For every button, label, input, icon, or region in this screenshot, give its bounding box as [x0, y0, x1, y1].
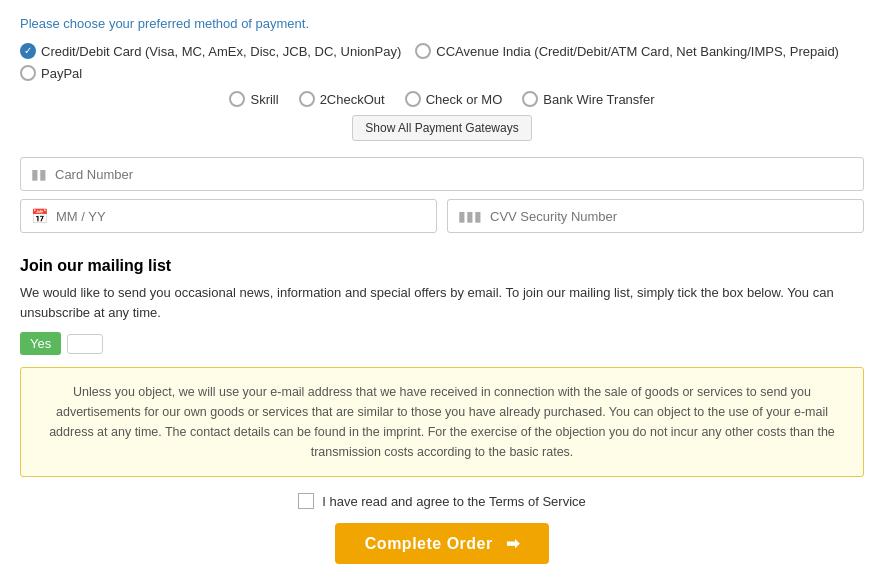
complete-order-label: Complete Order	[365, 535, 493, 552]
payment-label-paypal: PayPal	[41, 66, 82, 81]
card-form: ▮▮ 📅 ▮▮▮	[20, 157, 864, 241]
mailing-section: Join our mailing list We would like to s…	[20, 257, 864, 355]
payment-label-check-mo: Check or MO	[426, 92, 503, 107]
card-number-field[interactable]: ▮▮	[20, 157, 864, 191]
mailing-toggle: Yes	[20, 332, 864, 355]
terms-checkbox[interactable]	[298, 493, 314, 509]
mailing-description: We would like to send you occasional new…	[20, 283, 864, 322]
radio-bank-wire	[522, 91, 538, 107]
card-details-row: 📅 ▮▮▮	[20, 199, 864, 241]
notice-box: Unless you object, we will use your e-ma…	[20, 367, 864, 477]
cvv-icon: ▮▮▮	[458, 208, 482, 224]
notice-text: Unless you object, we will use your e-ma…	[39, 382, 845, 462]
show-gateways-button[interactable]: Show All Payment Gateways	[352, 115, 531, 141]
cvv-field[interactable]: ▮▮▮	[447, 199, 864, 233]
payment-option-credit-debit[interactable]: ✓ Credit/Debit Card (Visa, MC, AmEx, Dis…	[20, 43, 401, 59]
radio-skrill	[229, 91, 245, 107]
intro-text: Please choose your preferred method of p…	[20, 16, 864, 31]
terms-label: I have read and agree to the Terms of Se…	[322, 494, 586, 509]
payment-label-ccavenue: CCAvenue India (Credit/Debit/ATM Card, N…	[436, 44, 839, 59]
payment-option-ccavenue[interactable]: CCAvenue India (Credit/Debit/ATM Card, N…	[415, 43, 839, 59]
payment-option-2checkout[interactable]: 2CheckOut	[299, 91, 385, 107]
payment-label-credit-debit: Credit/Debit Card (Visa, MC, AmEx, Disc,…	[41, 44, 401, 59]
payment-option-paypal[interactable]: PayPal	[20, 65, 82, 81]
card-number-input[interactable]	[55, 167, 853, 182]
radio-2checkout	[299, 91, 315, 107]
payment-option-check-mo[interactable]: Check or MO	[405, 91, 503, 107]
payment-label-skrill: Skrill	[250, 92, 278, 107]
payment-label-bank-wire: Bank Wire Transfer	[543, 92, 654, 107]
calendar-icon: 📅	[31, 208, 48, 224]
payment-label-2checkout: 2CheckOut	[320, 92, 385, 107]
expiry-field[interactable]: 📅	[20, 199, 437, 233]
payment-methods-row1: ✓ Credit/Debit Card (Visa, MC, AmEx, Dis…	[20, 43, 864, 81]
radio-ccavenue	[415, 43, 431, 59]
cvv-input[interactable]	[490, 209, 853, 224]
card-icon: ▮▮	[31, 166, 47, 182]
radio-check-mo	[405, 91, 421, 107]
payment-option-skrill[interactable]: Skrill	[229, 91, 278, 107]
expiry-input[interactable]	[56, 209, 426, 224]
checked-icon: ✓	[20, 43, 36, 59]
payment-methods-row2: Skrill 2CheckOut Check or MO Bank Wire T…	[20, 91, 864, 107]
arrow-right-icon: ➡	[506, 534, 520, 553]
complete-order-button[interactable]: Complete Order ➡	[335, 523, 549, 564]
toggle-box[interactable]	[67, 334, 103, 354]
mailing-title: Join our mailing list	[20, 257, 864, 275]
radio-paypal	[20, 65, 36, 81]
yes-button[interactable]: Yes	[20, 332, 61, 355]
terms-row: I have read and agree to the Terms of Se…	[20, 493, 864, 509]
payment-option-bank-wire[interactable]: Bank Wire Transfer	[522, 91, 654, 107]
